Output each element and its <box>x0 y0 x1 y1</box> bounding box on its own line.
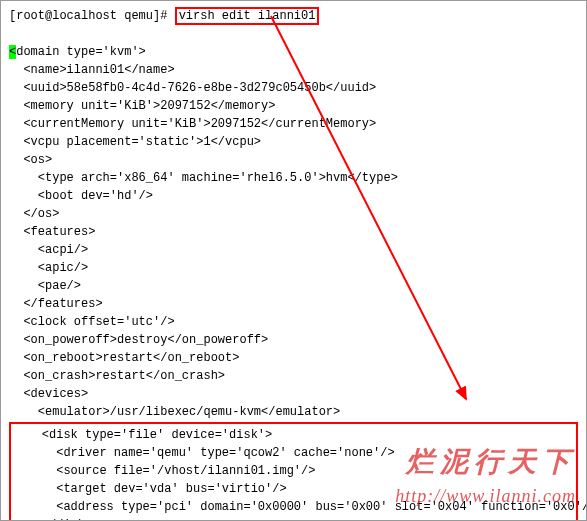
xml-line: <driver name='qemu' type='qcow2' cache='… <box>13 444 574 462</box>
xml-line: <disk type='file' device='disk'> <box>13 426 574 444</box>
xml-line: <on_crash>restart</on_crash> <box>9 367 578 385</box>
xml-line: <uuid>58e58fb0-4c4d-7626-e8be-3d279c0545… <box>9 79 578 97</box>
xml-line: <address type='pci' domain='0x0000' bus=… <box>13 498 574 516</box>
xml-line: </os> <box>9 205 578 223</box>
shell-prompt-line: [root@localhost qemu]# virsh edit ilanni… <box>9 7 578 25</box>
xml-line: <target dev='vda' bus='virtio'/> <box>13 480 574 498</box>
xml-line: <apic/> <box>9 259 578 277</box>
xml-line: <boot dev='hd'/> <box>9 187 578 205</box>
disk-block-highlight: <disk type='file' device='disk'> <driver… <box>9 422 578 521</box>
xml-line: <on_poweroff>destroy</on_poweroff> <box>9 331 578 349</box>
command-highlight: virsh edit ilanni01 <box>175 7 320 25</box>
xml-line: <acpi/> <box>9 241 578 259</box>
xml-line: <features> <box>9 223 578 241</box>
xml-line: <vcpu placement='static'>1</vcpu> <box>9 133 578 151</box>
xml-line: <domain type='kvm'> <box>9 43 578 61</box>
blank-line <box>9 25 578 43</box>
xml-line: <currentMemory unit='KiB'>2097152</curre… <box>9 115 578 133</box>
xml-line: <name>ilanni01</name> <box>9 61 578 79</box>
xml-line: <pae/> <box>9 277 578 295</box>
xml-line: </disk> <box>13 516 574 521</box>
xml-line: <devices> <box>9 385 578 403</box>
xml-line: <clock offset='utc'/> <box>9 313 578 331</box>
xml-line: <on_reboot>restart</on_reboot> <box>9 349 578 367</box>
xml-line: <os> <box>9 151 578 169</box>
xml-line: <memory unit='KiB'>2097152</memory> <box>9 97 578 115</box>
xml-line: <emulator>/usr/libexec/qemu-kvm</emulato… <box>9 403 578 421</box>
xml-line: </features> <box>9 295 578 313</box>
shell-prompt: [root@localhost qemu]# <box>9 9 175 23</box>
xml-line: <type arch='x86_64' machine='rhel6.5.0'>… <box>9 169 578 187</box>
xml-line: <source file='/vhost/ilanni01.img'/> <box>13 462 574 480</box>
